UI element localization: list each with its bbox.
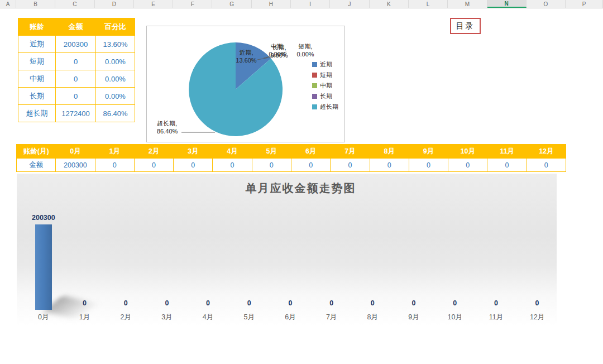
month-value-cell[interactable]: 0 <box>370 159 409 172</box>
column-header-E[interactable]: E <box>134 0 173 8</box>
month-header-cell[interactable]: 0月 <box>56 145 95 159</box>
month-header-cell[interactable]: 1月 <box>95 145 134 159</box>
bar-slot-5月: 05月 <box>228 174 270 326</box>
aging-cell[interactable]: 1272400 <box>56 105 96 122</box>
column-header-J[interactable]: J <box>330 0 369 8</box>
pie-label-jinqi: 近期, 13.60% <box>228 49 264 64</box>
month-header-cell[interactable]: 10月 <box>448 145 487 159</box>
column-header-N[interactable]: N <box>487 0 527 8</box>
column-header-G[interactable]: G <box>212 0 251 8</box>
aging-cell[interactable]: 超长期 <box>18 105 56 122</box>
aging-data-row: 近期20030013.60% <box>18 36 135 53</box>
legend-swatch-icon <box>312 73 317 78</box>
column-header-C[interactable]: C <box>55 0 94 8</box>
pie-chart-panel[interactable]: 近期, 13.60% 中期, 0.00% 长期, 0.00% 短期, 0.00%… <box>146 26 345 142</box>
column-header-H[interactable]: H <box>252 0 291 8</box>
month-value-cell[interactable]: 0 <box>331 159 370 172</box>
aging-cell[interactable]: 0.00% <box>96 88 135 105</box>
aging-cell[interactable]: 近期 <box>18 36 56 53</box>
month-header-row: 账龄(月)0月1月2月3月4月5月6月7月8月9月10月11月12月 <box>17 145 566 159</box>
column-header-P[interactable]: P <box>566 0 603 8</box>
month-aging-table: 账龄(月)0月1月2月3月4月5月6月7月8月9月10月11月12月金额2003… <box>16 144 566 172</box>
legend-swatch-icon <box>312 94 317 99</box>
aging-data-row: 超长期127240086.40% <box>18 105 135 122</box>
month-value-cell[interactable]: 0 <box>252 159 291 172</box>
aging-cell[interactable]: 长期 <box>18 88 56 105</box>
aging-data-row: 中期00.00% <box>18 70 135 88</box>
pie-label-jinqi-pct: 13.60% <box>228 56 264 64</box>
legend-item-长期[interactable]: 长期 <box>312 91 338 102</box>
month-header-cell[interactable]: 8月 <box>370 145 409 159</box>
month-value-cell[interactable]: 0 <box>213 159 252 172</box>
month-header-cell[interactable]: 11月 <box>487 145 527 159</box>
legend-item-超长期[interactable]: 超长期 <box>312 102 338 112</box>
aging-cell[interactable]: 短期 <box>18 53 56 70</box>
month-header-cell[interactable]: 9月 <box>409 145 448 159</box>
column-header-F[interactable]: F <box>173 0 212 8</box>
month-header-cell[interactable]: 4月 <box>213 145 252 159</box>
aging-cell[interactable]: 0.00% <box>96 53 135 70</box>
aging-cell[interactable]: 0 <box>56 70 96 88</box>
aging-cell[interactable]: 0 <box>56 88 96 105</box>
column-header-L[interactable]: L <box>409 0 448 8</box>
bar-slot-12月: 012月 <box>516 174 558 326</box>
aging-header-cell[interactable]: 金额 <box>56 18 96 36</box>
column-header-M[interactable]: M <box>448 0 487 8</box>
legend-item-近期[interactable]: 近期 <box>312 59 338 70</box>
legend-swatch-icon <box>312 104 317 109</box>
legend-item-短期[interactable]: 短期 <box>312 70 338 80</box>
month-header-cell[interactable]: 3月 <box>174 145 213 159</box>
aging-header-cell[interactable]: 账龄 <box>18 18 56 36</box>
bar-slot-7月: 07月 <box>311 174 352 326</box>
month-value-cell[interactable]: 0 <box>448 159 487 172</box>
month-value-cell[interactable]: 0 <box>291 159 330 172</box>
month-value-cell[interactable]: 0 <box>134 159 173 172</box>
column-header-B[interactable]: B <box>16 0 55 8</box>
month-value-cell[interactable]: 200300 <box>56 159 95 172</box>
aging-header-cell[interactable]: 百分比 <box>96 18 135 36</box>
column-header-A[interactable]: A <box>0 0 16 8</box>
month-header-cell[interactable]: 12月 <box>527 145 566 159</box>
directory-button-label: 目录 <box>456 21 475 31</box>
column-header-O[interactable]: O <box>527 0 566 8</box>
month-value-cell[interactable]: 0 <box>409 159 448 172</box>
x-axis-label: 12月 <box>511 313 563 322</box>
column-header-K[interactable]: K <box>370 0 409 8</box>
aging-cell[interactable]: 0 <box>56 53 96 70</box>
bar-slot-0月: 2003000月 <box>23 174 64 326</box>
legend-item-label: 长期 <box>320 92 332 100</box>
column-header-D[interactable]: D <box>95 0 134 8</box>
column-headers-row: ABCDEFGHIJKLMNOP <box>0 0 603 8</box>
pie-legend: 近期短期中期长期超长期 <box>312 59 338 112</box>
pie-label-duanqi-pct: 0.00% <box>289 50 322 58</box>
month-corner-header-cell[interactable]: 账龄(月) <box>17 145 56 159</box>
aging-cell[interactable]: 0.00% <box>96 70 135 88</box>
month-header-cell[interactable]: 2月 <box>134 145 173 159</box>
pie-label-duanqi-name: 短期, <box>289 42 322 50</box>
aging-data-row: 短期00.00% <box>18 53 135 70</box>
pie-label-duanqi: 短期, 0.00% <box>289 42 322 58</box>
column-header-I[interactable]: I <box>291 0 330 8</box>
month-value-cell[interactable]: 0 <box>527 159 566 172</box>
month-value-cell[interactable]: 0 <box>174 159 213 172</box>
bar-value-label: 200300 <box>17 214 70 222</box>
month-value-cell[interactable]: 0 <box>95 159 134 172</box>
bar-0月[interactable] <box>35 224 52 310</box>
month-row-label-cell[interactable]: 金额 <box>17 159 56 172</box>
bar-value-label: 0 <box>511 299 563 307</box>
month-header-cell[interactable]: 5月 <box>252 145 291 159</box>
aging-cell[interactable]: 86.40% <box>96 105 135 122</box>
bar-chart-panel[interactable]: 单月应收金额走势图 2003000月01月02月03月04月05月06月07月0… <box>17 174 557 326</box>
bar-slot-6月: 06月 <box>270 174 311 326</box>
bar-slot-8月: 08月 <box>352 174 394 326</box>
aging-cell[interactable]: 中期 <box>18 70 56 88</box>
bar-slot-3月: 03月 <box>146 174 188 326</box>
legend-item-中期[interactable]: 中期 <box>312 80 338 91</box>
directory-button[interactable]: 目录 <box>450 18 481 34</box>
month-header-cell[interactable]: 7月 <box>331 145 370 159</box>
month-header-cell[interactable]: 6月 <box>291 145 330 159</box>
legend-item-label: 中期 <box>320 82 332 90</box>
aging-cell[interactable]: 200300 <box>56 36 96 53</box>
aging-cell[interactable]: 13.60% <box>96 36 135 53</box>
month-value-cell[interactable]: 0 <box>487 159 527 172</box>
